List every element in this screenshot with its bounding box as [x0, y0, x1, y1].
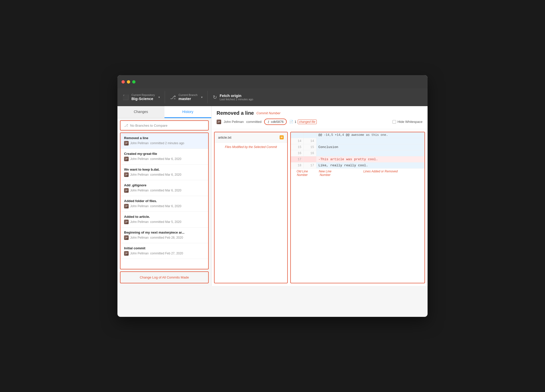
old-line-label: Old LineNumber [291, 170, 314, 177]
lines-added-removed-label: Lines Added or Removed [337, 170, 425, 177]
commit-title-7: Initial commit [124, 246, 205, 250]
commit-title-4: Added folder of files. [124, 199, 205, 203]
diff-new-num-3 [304, 156, 316, 162]
diff-table: @@ -14,5 +14,4 @@ awesome as this one. 1… [291, 132, 425, 169]
files-modified-label: Files Modified by the Selected Commit [215, 143, 287, 151]
diff-row-2: 16 16 [291, 150, 425, 156]
repository-label: Current Repository [131, 93, 155, 96]
tab-history[interactable]: History [164, 106, 211, 118]
commit-author-4: John Pellman [130, 204, 149, 208]
commit-time-7: committed Feb 27, 2020 [150, 252, 183, 255]
hide-whitespace-checkbox[interactable] [392, 120, 396, 124]
branch-label: Current Branch [178, 93, 198, 96]
repository-icon: ⬛ [123, 94, 129, 100]
diff-labels: Old LineNumber New LineNumber Lines Adde… [291, 169, 425, 178]
commit-author-7: John Pellman [130, 252, 149, 255]
commit-time-1: committed Mar 6, 2020 [150, 157, 181, 161]
branch-compare-placeholder: No Branches to Compare [130, 124, 168, 127]
new-line-label: New LineNumber [314, 170, 337, 177]
repository-selector[interactable]: ⬛ Current Repository Big-Science ▾ [117, 88, 165, 106]
diff-new-num-4: 17 [304, 162, 316, 169]
commit-title-1: Created my-great-file [124, 152, 205, 156]
fetch-label: Fetch origin [220, 93, 253, 98]
file-item-0[interactable]: article.txt M [215, 132, 287, 143]
avatar-5: JP [124, 220, 129, 224]
commit-time-4: committed Mar 6, 2020 [150, 204, 181, 208]
avatar-0: JP [124, 141, 129, 145]
diff-old-num-2: 16 [291, 150, 304, 156]
commit-author-0: John Pellman [130, 141, 149, 145]
toolbar: ⬛ Current Repository Big-Science ▾ ⎇ Cur… [117, 88, 428, 106]
diff-view: @@ -14,5 +14,4 @@ awesome as this one. 1… [290, 132, 425, 283]
diff-header-content: @@ -14,5 +14,4 @@ awesome as this one. [316, 132, 425, 138]
file-badge-0: M [280, 135, 284, 139]
repository-name: Big-Science [131, 96, 155, 101]
key-icon: ⚷ [267, 120, 270, 124]
fetch-sub: Last fetched 2 minutes ago [220, 98, 253, 101]
commit-time-2: committed Mar 6, 2020 [150, 173, 181, 176]
diff-new-num-1: 15 [304, 144, 316, 150]
commit-title-5: Added to article. [124, 215, 205, 219]
repository-chevron-icon: ▾ [158, 95, 160, 99]
commit-title-6: Beginning of my next masterpiece ar... [124, 231, 205, 234]
commit-item-1[interactable]: Created my-great-file JP John Pellman co… [120, 149, 208, 165]
commit-meta-7: JP John Pellman committed Feb 27, 2020 [124, 251, 205, 256]
file-icon: 📄 [289, 120, 293, 124]
branch-compare-icon: ⎇ [124, 123, 128, 127]
fetch-button[interactable]: ↻ Fetch origin Last fetched 2 minutes ag… [208, 88, 428, 106]
minimize-button[interactable] [127, 80, 130, 84]
commit-title-3: Add .gitignore [124, 183, 205, 187]
commit-time-5: committed Mar 5, 2020 [150, 220, 181, 224]
commit-title-2: We want to keep b.dat. [124, 168, 205, 171]
diff-new-num-2: 16 [304, 150, 316, 156]
commit-list: Removed a line JP John Pellman committed… [120, 133, 209, 269]
titlebar [117, 75, 428, 88]
changed-files-count: 1 [295, 120, 296, 124]
file-list: article.txt M Files Modified by the Sele… [214, 132, 288, 283]
commit-meta-2: JP John Pellman committed Mar 6, 2020 [124, 172, 205, 177]
close-button[interactable] [122, 80, 125, 84]
diff-row-3: 17 -This article was pretty cool. [291, 156, 425, 162]
commit-item-0[interactable]: Removed a line JP John Pellman committed… [120, 133, 208, 149]
tab-changes[interactable]: Changes [117, 106, 164, 118]
diff-content-1: Conclusion [316, 144, 425, 150]
commit-item-7[interactable]: Initial commit JP John Pellman committed… [120, 243, 208, 259]
commit-author-3: John Pellman [130, 189, 149, 192]
commit-meta-5: JP John Pellman committed Mar 5, 2020 [124, 220, 205, 224]
commit-item-5[interactable]: Added to article. JP John Pellman commit… [120, 212, 208, 227]
branch-name: master [178, 96, 198, 101]
diff-old-num-4: 18 [291, 162, 304, 169]
diff-content-2 [316, 150, 425, 156]
file-name-0: article.txt [218, 136, 231, 139]
commit-item-2[interactable]: We want to keep b.dat. JP John Pellman c… [120, 165, 208, 180]
avatar-4: JP [124, 204, 129, 208]
commit-number-label: Commit Number [256, 111, 281, 115]
diff-header-old-num [291, 132, 304, 138]
commit-meta-4: JP John Pellman committed Mar 6, 2020 [124, 204, 205, 208]
commit-time-6: committed Feb 28, 2020 [150, 236, 183, 239]
changelog-link[interactable]: Change Log of All Commits Made [120, 271, 209, 283]
right-panel: Removed a line Commit Number JP John Pel… [211, 106, 428, 286]
commit-author-1: John Pellman [130, 157, 149, 161]
commit-hash-value: cdb5876 [271, 120, 284, 124]
maximize-button[interactable] [132, 80, 135, 84]
avatar-6: JP [124, 235, 129, 240]
commit-item-4[interactable]: Added folder of files. JP John Pellman c… [120, 196, 208, 212]
hide-whitespace-label: Hide Whitespace [398, 120, 422, 124]
tab-bar: Changes History [117, 106, 211, 118]
branch-compare-input[interactable]: ⎇ No Branches to Compare [120, 120, 209, 130]
commit-item-3[interactable]: Add .gitignore JP John Pellman committed… [120, 180, 208, 196]
commit-item-6[interactable]: Beginning of my next masterpiece ar... J… [120, 227, 208, 243]
diff-content-4: Like, really really cool. [316, 162, 425, 169]
commit-author-5: John Pellman [130, 220, 149, 224]
branch-selector[interactable]: ⎇ Current Branch master ▾ [165, 88, 208, 106]
commit-committed-text: committed [246, 120, 262, 124]
commit-author-name: John Pellman [224, 120, 244, 124]
hide-whitespace-control: Hide Whitespace [392, 120, 422, 124]
commit-header: Removed a line Commit Number JP John Pel… [211, 106, 428, 129]
commit-meta-1: JP John Pellman committed Mar 6, 2020 [124, 157, 205, 161]
diff-header-row: @@ -14,5 +14,4 @@ awesome as this one. [291, 132, 425, 138]
commit-author-6: John Pellman [130, 236, 149, 239]
diff-row-1: 15 15 Conclusion [291, 144, 425, 150]
commit-meta-3: JP John Pellman committed Mar 6, 2020 [124, 188, 205, 193]
